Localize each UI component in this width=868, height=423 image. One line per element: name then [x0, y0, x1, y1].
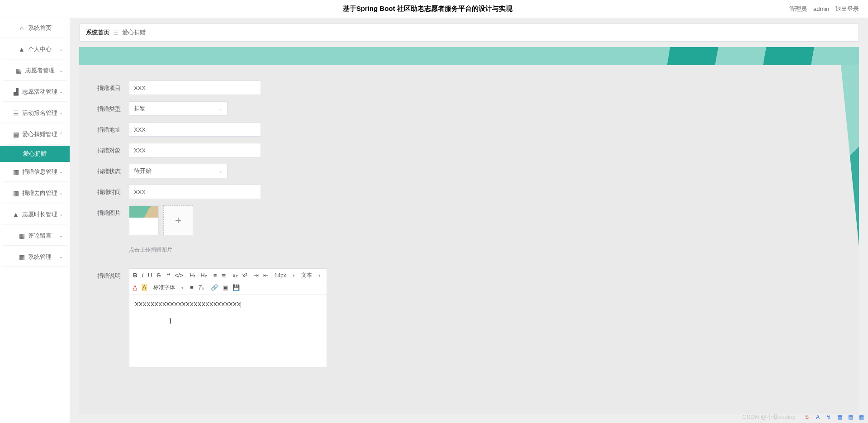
sidebar-item-home[interactable]: ⌂ 系统首页 [2, 18, 67, 38]
chevron-down-icon: ⌄ [59, 233, 63, 238]
tray-ime-icon[interactable]: S [803, 413, 811, 421]
editor-body[interactable]: XXXXXXXXXXXXXXXXXXXXXXXXXXX I [129, 295, 327, 367]
link-button[interactable]: 🔗 [211, 284, 218, 291]
editor-content: XXXXXXXXXXXXXXXXXXXXXXXXXXX [135, 301, 241, 308]
text-cursor [241, 302, 241, 308]
user-icon: ▲ [18, 46, 25, 53]
doc-icon: ▤ [12, 131, 19, 138]
text-style-select[interactable]: 文本 [301, 271, 321, 279]
indent-button[interactable]: ⇥ [254, 272, 259, 279]
select-type-value: 捐物 [134, 105, 146, 113]
app-title: 基于Spring Boot 社区助老志愿者服务平台的设计与实现 [70, 5, 785, 13]
label-desc: 捐赠说明 [97, 268, 129, 280]
content-panel: 捐赠项目 捐赠类型 捐物 ⌄ 捐赠地址 [79, 65, 859, 414]
label-image: 捐赠图片 [97, 205, 129, 217]
h2-button[interactable]: H₂ [200, 272, 207, 279]
sidebar-item-label: 爱心捐赠 [23, 150, 47, 158]
save-button[interactable]: 💾 [232, 284, 240, 291]
main-area: 系统首页 ☰ 爱心捐赠 捐赠项目 捐赠类型 捐物 ⌄ [70, 18, 868, 423]
chevron-down-icon: ⌄ [59, 47, 63, 52]
sidebar-item-hours[interactable]: ▲ 志愿时长管理 ⌄ [2, 204, 67, 224]
home-icon: ⌂ [18, 24, 25, 32]
tray-app-icon[interactable]: ▦ [835, 413, 844, 421]
image-thumbnail[interactable] [129, 205, 159, 235]
chart-icon: ▟ [12, 88, 19, 95]
chevron-down-icon: ⌄ [218, 168, 223, 174]
breadcrumb-home[interactable]: 系统首页 [86, 29, 109, 37]
sidebar-item-label: 志愿时长管理 [22, 210, 57, 219]
upload-hint: 点击上传捐赠图片 [129, 246, 193, 254]
chevron-down-icon: ⌄ [59, 68, 63, 73]
plus-icon: + [175, 214, 181, 227]
sidebar-item-volunteer[interactable]: ▦ 志愿者管理 ⌄ [2, 61, 67, 81]
sidebar-item-donation[interactable]: ▤ 爱心捐赠管理 ⌃ [2, 124, 67, 144]
rich-editor: B I U S ❝ </> H₁ H₂ [129, 268, 327, 367]
chevron-down-icon: ⌄ [218, 106, 223, 112]
select-status[interactable]: 待开始 ⌄ [129, 164, 228, 178]
sidebar-item-label: 捐赠去向管理 [22, 189, 57, 197]
os-tray: CSDN @小蔡coding S A ↯ ▦ ▤ ▦ [742, 413, 865, 421]
top-header: 基于Spring Boot 社区助老志愿者服务平台的设计与实现 管理员 admi… [0, 0, 868, 18]
h1-button[interactable]: H₁ [190, 272, 196, 279]
sidebar-item-signup[interactable]: ☰ 活动报名管理 ⌄ [2, 103, 67, 123]
ul-button[interactable]: ≣ [221, 272, 226, 279]
chevron-down-icon: ⌄ [59, 169, 63, 174]
font-size-select[interactable]: 14px [275, 272, 295, 279]
bold-button[interactable]: B [133, 272, 137, 279]
quote-button[interactable]: ❝ [167, 272, 170, 279]
sidebar-item-label: 个人中心 [28, 45, 52, 53]
italic-button[interactable]: I [142, 272, 143, 279]
user-name-label: admin [813, 5, 829, 12]
editor-toolbar: B I U S ❝ </> H₁ H₂ [129, 269, 327, 295]
font-color-button[interactable]: A [133, 284, 137, 291]
upload-add-button[interactable]: + [163, 205, 193, 235]
header-user-area: 管理员 admin 退出登录 [785, 5, 868, 13]
chevron-down-icon: ⌄ [59, 110, 63, 115]
sidebar-item-comments[interactable]: ▦ 评论留言 ⌄ [2, 226, 67, 246]
sidebar-item-donation-flow[interactable]: ▥ 捐赠去向管理 ⌄ [2, 183, 67, 203]
sidebar-subitem-donation[interactable]: 爱心捐赠 [0, 146, 70, 162]
ol-button[interactable]: ≡ [213, 272, 217, 279]
chevron-down-icon: ⌄ [59, 190, 63, 195]
flow-icon: ▥ [12, 190, 19, 197]
sidebar-item-label: 捐赠信息管理 [22, 168, 57, 176]
sidebar-item-activity[interactable]: ▟ 志愿活动管理 ⌄ [2, 82, 67, 102]
input-target[interactable] [129, 143, 261, 157]
sup-button[interactable]: x² [242, 272, 247, 279]
user-role-label: 管理员 [789, 5, 807, 12]
sidebar-item-donation-info[interactable]: ▦ 捐赠信息管理 ⌄ [2, 162, 67, 182]
font-family-select[interactable]: 标准字体 [153, 284, 184, 291]
tray-arrow-icon[interactable]: ↯ [825, 413, 833, 421]
tray-lang-icon[interactable]: A [814, 413, 822, 421]
sidebar-item-system[interactable]: ▦ 系统管理 ⌄ [2, 247, 67, 267]
logout-link[interactable]: 退出登录 [835, 5, 859, 12]
input-address[interactable] [129, 122, 261, 137]
select-type[interactable]: 捐物 ⌄ [129, 101, 228, 116]
code-button[interactable]: </> [175, 272, 183, 279]
clear-format-button[interactable]: Tₓ [198, 284, 204, 291]
input-time[interactable] [129, 185, 261, 199]
image-button[interactable]: ▣ [223, 284, 228, 291]
sidebar-item-profile[interactable]: ▲ 个人中心 ⌄ [2, 39, 67, 59]
sidebar-item-label: 志愿者管理 [25, 67, 55, 75]
underline-button[interactable]: U [148, 272, 152, 279]
ibeam-cursor-icon: I [169, 317, 171, 325]
comment-icon: ▦ [18, 232, 25, 239]
align-button[interactable]: ≡ [190, 284, 194, 291]
strike-button[interactable]: S [157, 272, 161, 279]
chevron-down-icon: ⌄ [59, 212, 63, 217]
chevron-down-icon: ⌄ [59, 254, 63, 259]
breadcrumb-current: 爱心捐赠 [122, 29, 146, 37]
outdent-button[interactable]: ⇤ [263, 272, 268, 279]
sidebar-item-label: 系统首页 [28, 24, 52, 32]
label-status: 捐赠状态 [97, 164, 129, 176]
sidebar-item-label: 活动报名管理 [22, 109, 57, 117]
bg-color-button[interactable]: A [142, 284, 147, 291]
tray-grid-icon[interactable]: ▤ [846, 413, 854, 421]
grid-icon: ▦ [15, 67, 23, 74]
sidebar-item-label: 志愿活动管理 [22, 88, 57, 96]
sub-button[interactable]: x₂ [232, 272, 238, 279]
tray-grid2-icon[interactable]: ▦ [857, 413, 865, 421]
watermark-text: CSDN @小蔡coding [742, 413, 796, 421]
input-project[interactable] [129, 81, 261, 95]
